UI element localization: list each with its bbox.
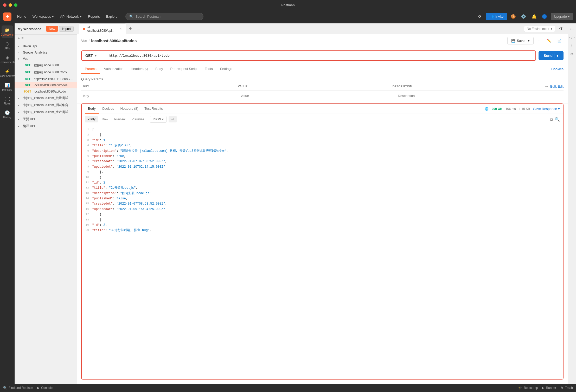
new-button[interactable]: New: [46, 26, 58, 32]
fmt-pretty[interactable]: Pretty: [85, 116, 98, 122]
collection-baidu[interactable]: ▸ Baidu_api: [15, 43, 77, 49]
save-chevron[interactable]: [526, 39, 530, 43]
request-v5[interactable]: POST localhost:8080/api/todo: [15, 88, 77, 95]
url-input[interactable]: [105, 51, 535, 60]
menu-reports[interactable]: Reports: [85, 13, 103, 20]
sidebar-item-flows[interactable]: ⋮⋮ Flows: [2, 94, 13, 107]
cookies-link[interactable]: Cookies: [551, 67, 564, 71]
right-history-icon[interactable]: ⟵: [568, 25, 576, 33]
res-tab-body[interactable]: Body: [85, 104, 99, 114]
tab-params[interactable]: Params: [81, 64, 100, 74]
more-options-icon[interactable]: ···: [71, 36, 74, 40]
tab-active[interactable]: GET localhost:8080/api... ✕: [79, 23, 126, 34]
wrap-icon[interactable]: ⇌: [169, 116, 177, 122]
add-tab-icon[interactable]: +: [127, 25, 134, 32]
find-replace-button[interactable]: 🔍 Find and Replace: [3, 386, 33, 390]
fmt-raw[interactable]: Raw: [99, 116, 111, 122]
cookie-icon[interactable]: 🍪: [509, 12, 517, 21]
collection-google[interactable]: ▸ Google_Analytics: [15, 49, 77, 56]
sidebar-item-monitors[interactable]: 📊 Monitors: [2, 81, 13, 93]
bulk-edit-button[interactable]: Bulk Edit: [550, 84, 564, 88]
save-button[interactable]: 💾 Save: [507, 37, 534, 44]
param-key-input[interactable]: [81, 92, 239, 100]
menu-workspaces[interactable]: Workspaces: [30, 13, 56, 20]
request-v3[interactable]: GET http://192.168.1.111:8080/api/todo: [15, 76, 77, 82]
res-tab-test-results[interactable]: Test Results: [141, 104, 166, 114]
menu-explore[interactable]: Explore: [104, 13, 120, 20]
send-button[interactable]: Send: [539, 51, 564, 60]
request-more-icon[interactable]: ···: [536, 37, 543, 44]
tab-prerequest[interactable]: Pre-request Script: [167, 64, 201, 74]
right-settings-icon[interactable]: ⚙: [568, 50, 576, 58]
minimize-button[interactable]: [9, 3, 12, 7]
tab-tests[interactable]: Tests: [201, 64, 216, 74]
tab-headers[interactable]: Headers (6): [127, 64, 152, 74]
collection-kala1[interactable]: ▸ 卡拉云_kalacloud.com_批量测试: [15, 95, 77, 102]
apis-icon: ⬡: [5, 41, 9, 46]
collection-tianyi[interactable]: ▸ 天翼 API: [15, 116, 77, 123]
close-button[interactable]: [3, 3, 7, 7]
env-settings-icon[interactable]: 👁: [557, 25, 566, 33]
request-v1[interactable]: GET 虚拟机 node 8080: [15, 62, 77, 69]
sync-icon[interactable]: ⟳: [476, 12, 484, 21]
search-code-icon[interactable]: 🔍: [555, 117, 560, 122]
res-tab-cookies[interactable]: Cookies: [99, 104, 117, 114]
sidebar-item-collections[interactable]: 📁 Collections: [2, 25, 13, 38]
collection-translate[interactable]: ▸ 翻译 API: [15, 123, 77, 130]
tab-body[interactable]: Body: [152, 64, 167, 74]
search-container[interactable]: 🔍 Search Postman: [125, 13, 203, 20]
more-tabs-icon[interactable]: ···: [135, 26, 142, 32]
baidu-chevron: ▸: [18, 45, 21, 48]
request-v4[interactable]: GET localhost:8080/api/todos: [15, 82, 77, 88]
bootcamp-button[interactable]: 🎓 Bootcamp: [518, 386, 538, 390]
sidebar-item-history[interactable]: 🕐 History: [2, 108, 13, 121]
panel-toolbar: + ≡ ···: [15, 35, 77, 42]
param-desc-input[interactable]: [396, 92, 553, 100]
fmt-preview[interactable]: Preview: [112, 116, 128, 122]
add-collection-icon[interactable]: +: [18, 36, 20, 40]
right-code-icon[interactable]: </>: [568, 34, 576, 41]
user-avatar[interactable]: 🔵: [540, 12, 549, 21]
upgrade-button[interactable]: Upgrade: [551, 13, 573, 20]
copy-icon[interactable]: ⧉: [550, 117, 553, 122]
sidebar-icons: 📁 Collections ⬡ APIs ◈ Environments ⚡ Mo…: [0, 23, 15, 384]
sidebar-item-environments[interactable]: ◈ Environments: [2, 53, 13, 66]
sidebar-item-mock-servers[interactable]: ⚡ Mock Servers: [2, 67, 13, 80]
sidebar-item-apis[interactable]: ⬡ APIs: [2, 39, 13, 52]
json-format-selector[interactable]: JSON: [150, 116, 167, 123]
notification-icon[interactable]: 🔔: [530, 12, 538, 21]
maximize-button[interactable]: [14, 3, 17, 7]
method-selector[interactable]: GET: [82, 51, 105, 60]
status-bar: 🔍 Find and Replace ▶ Console 🎓 Bootcamp …: [0, 384, 576, 392]
app-body: 📁 Collections ⬡ APIs ◈ Environments ⚡ Mo…: [0, 23, 576, 384]
menu-home[interactable]: Home: [15, 13, 29, 20]
response-time: 106 ms: [505, 107, 516, 111]
filter-icon[interactable]: ≡: [21, 36, 23, 40]
send-chevron[interactable]: [554, 54, 558, 58]
tab-authorization[interactable]: Authorization: [100, 64, 127, 74]
collection-vue[interactable]: ▾ Vue: [15, 56, 77, 62]
param-value-input[interactable]: [239, 92, 396, 100]
collection-kala3[interactable]: ▸ 卡拉云_kalacloud.com_生产测试: [15, 109, 77, 116]
settings-icon[interactable]: ⚙️: [520, 12, 528, 21]
collection-kala2[interactable]: ▸ 卡拉云_kalacloud.com_测试集合: [15, 102, 77, 109]
doc-icon[interactable]: 📄: [555, 37, 564, 44]
right-info-icon[interactable]: ℹ: [568, 42, 576, 49]
tab-close-icon[interactable]: ✕: [120, 27, 122, 30]
request-v2[interactable]: GET 虚拟机 node 8080 Copy: [15, 69, 77, 76]
edit-icon[interactable]: ✏️: [545, 37, 553, 44]
invite-button[interactable]: 👥 Invite: [486, 13, 507, 20]
environment-selector[interactable]: No Environment: [524, 26, 555, 32]
kala1-chevron: ▸: [18, 97, 21, 100]
save-response-button[interactable]: Save Response: [533, 107, 560, 111]
search-box[interactable]: 🔍 Search Postman: [125, 13, 203, 20]
console-button[interactable]: ▶ Console: [37, 386, 53, 390]
import-button[interactable]: Import: [59, 26, 74, 32]
res-tab-headers[interactable]: Headers (8): [117, 104, 142, 114]
fmt-visualize[interactable]: Visualize: [129, 116, 147, 122]
runner-button[interactable]: ▶ Runner: [542, 386, 556, 390]
tab-settings[interactable]: Settings: [216, 64, 236, 74]
trash-button[interactable]: 🗑 Trash: [560, 386, 573, 390]
params-more-icon[interactable]: ···: [545, 84, 548, 88]
menu-api-network[interactable]: API Network: [57, 13, 84, 20]
